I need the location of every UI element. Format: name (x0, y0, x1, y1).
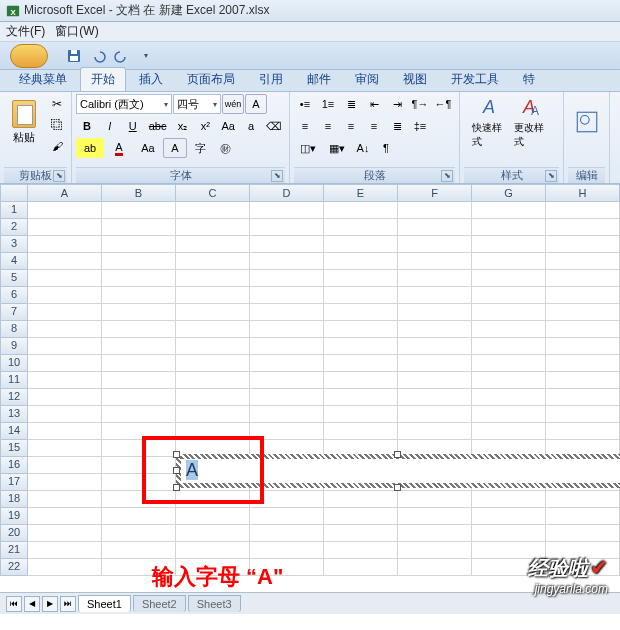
cell[interactable] (324, 423, 398, 440)
cell[interactable] (398, 219, 472, 236)
shading-button[interactable]: ◫▾ (294, 138, 322, 158)
align-right-button[interactable]: ≡ (340, 116, 362, 136)
cell[interactable] (472, 372, 546, 389)
cell[interactable] (102, 457, 176, 474)
row-header[interactable]: 18 (0, 491, 28, 508)
cell[interactable] (102, 236, 176, 253)
cell[interactable] (28, 542, 102, 559)
cell[interactable] (324, 525, 398, 542)
cell[interactable] (398, 270, 472, 287)
column-header-G[interactable]: G (472, 184, 546, 202)
sort-button[interactable]: A↓ (352, 138, 374, 158)
cell[interactable] (324, 287, 398, 304)
column-header-E[interactable]: E (324, 184, 398, 202)
undo-button[interactable] (88, 46, 108, 66)
cell[interactable] (250, 219, 324, 236)
cell[interactable] (324, 559, 398, 576)
sheet-tab-1[interactable]: Sheet1 (78, 595, 131, 612)
cell[interactable] (176, 219, 250, 236)
row-header[interactable]: 7 (0, 304, 28, 321)
cell[interactable] (28, 304, 102, 321)
cell[interactable] (28, 491, 102, 508)
qat-customize-dropdown[interactable]: ▾ (136, 46, 156, 66)
show-marks-button[interactable]: ¶ (375, 138, 397, 158)
cell[interactable] (546, 287, 620, 304)
circle-char-button[interactable]: 字 (188, 138, 212, 158)
cell[interactable] (398, 389, 472, 406)
cell[interactable] (28, 202, 102, 219)
redo-button[interactable] (112, 46, 132, 66)
change-styles-button[interactable]: AA 更改样式 (513, 94, 553, 150)
borders-button[interactable]: ▦▾ (323, 138, 351, 158)
sheet-nav-prev[interactable]: ◀ (24, 596, 40, 612)
format-painter-button[interactable] (46, 136, 68, 156)
cell[interactable] (28, 321, 102, 338)
cell[interactable] (472, 304, 546, 321)
row-header[interactable]: 11 (0, 372, 28, 389)
cell[interactable] (102, 525, 176, 542)
distribute-button[interactable]: ≣ (386, 116, 408, 136)
row-header[interactable]: 4 (0, 253, 28, 270)
row-header[interactable]: 12 (0, 389, 28, 406)
cell[interactable] (398, 287, 472, 304)
cell[interactable] (176, 304, 250, 321)
column-header-B[interactable]: B (102, 184, 176, 202)
cell[interactable] (250, 406, 324, 423)
cell[interactable] (546, 508, 620, 525)
styles-launcher[interactable]: ⬊ (545, 170, 557, 182)
sheet-nav-last[interactable]: ⏭ (60, 596, 76, 612)
enclosed-char-button[interactable]: ㊖ (213, 138, 237, 158)
editing-button[interactable] (569, 94, 605, 150)
multilevel-button[interactable]: ≣ (340, 94, 362, 114)
cell[interactable] (102, 219, 176, 236)
cell[interactable] (28, 219, 102, 236)
cell[interactable] (250, 423, 324, 440)
text-box[interactable]: A (176, 454, 620, 488)
tab-classic[interactable]: 经典菜单 (8, 67, 78, 91)
cell[interactable] (176, 287, 250, 304)
cell[interactable] (398, 338, 472, 355)
tab-extra[interactable]: 特 (512, 67, 546, 91)
cell[interactable] (472, 202, 546, 219)
tab-references[interactable]: 引用 (248, 67, 294, 91)
cell[interactable] (546, 423, 620, 440)
cell[interactable] (324, 321, 398, 338)
cell[interactable] (102, 355, 176, 372)
select-all-corner[interactable] (0, 184, 28, 202)
cell[interactable] (250, 508, 324, 525)
cell[interactable] (250, 525, 324, 542)
cell[interactable] (250, 355, 324, 372)
bold-button[interactable]: B (76, 116, 98, 136)
cell[interactable] (102, 440, 176, 457)
cell[interactable] (472, 508, 546, 525)
office-button[interactable] (10, 44, 48, 68)
tab-home[interactable]: 开始 (80, 67, 126, 91)
row-header[interactable]: 21 (0, 542, 28, 559)
cell[interactable] (28, 440, 102, 457)
superscript-button[interactable]: x² (194, 116, 216, 136)
cell[interactable] (324, 304, 398, 321)
cell[interactable] (102, 406, 176, 423)
cell[interactable] (546, 389, 620, 406)
increase-indent-button[interactable]: ⇥ (386, 94, 408, 114)
row-header[interactable]: 6 (0, 287, 28, 304)
bullets-button[interactable]: •≡ (294, 94, 316, 114)
cell[interactable] (398, 508, 472, 525)
cell[interactable] (398, 202, 472, 219)
cell[interactable] (176, 491, 250, 508)
strike-button[interactable]: abc (145, 116, 171, 136)
cell[interactable] (324, 270, 398, 287)
cell[interactable] (102, 338, 176, 355)
cell[interactable] (28, 338, 102, 355)
sheet-tab-2[interactable]: Sheet2 (133, 595, 186, 612)
grow-font-button[interactable]: Aa (217, 116, 239, 136)
cell[interactable] (28, 559, 102, 576)
phonetic-button[interactable]: wén (222, 94, 244, 114)
cell[interactable] (176, 321, 250, 338)
column-header-D[interactable]: D (250, 184, 324, 202)
cell[interactable] (250, 372, 324, 389)
cell[interactable] (102, 287, 176, 304)
row-header[interactable]: 14 (0, 423, 28, 440)
line-spacing-button[interactable]: ‡≡ (409, 116, 431, 136)
cell[interactable] (398, 559, 472, 576)
